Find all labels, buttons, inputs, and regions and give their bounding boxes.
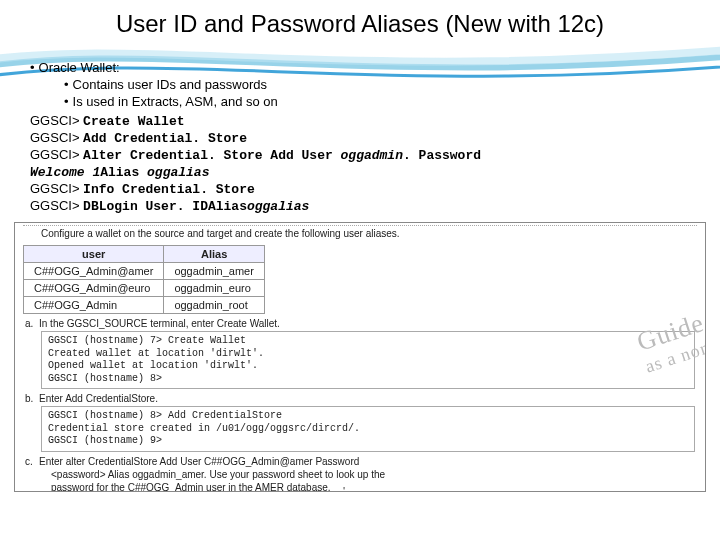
step-text: Enter alter CredentialStore Add User C##… [39, 456, 359, 467]
table-header: user [24, 246, 164, 263]
code-line: Credential store created in /u01/ogg/ogg… [48, 423, 688, 436]
prompt: GGSCI> [30, 198, 83, 213]
slide-body: •Oracle Wallet: •Contains user IDs and p… [0, 60, 720, 214]
command-text: Alter Credential. Store Add User [83, 148, 340, 163]
bullet-text: Is used in Extracts, ASM, and so on [73, 94, 278, 109]
code-line: GGSCI (hostname) 8> Add CredentialStore [48, 410, 688, 423]
prompt: GGSCI> [30, 181, 83, 196]
step-text: password for the C##OGG_Admin user in th… [25, 482, 695, 493]
step-text: Enter Add CredentialStore. [39, 393, 158, 404]
prompt: GGSCI> [30, 130, 83, 145]
code-line: Created wallet at location 'dirwlt'. [48, 348, 688, 361]
command-arg: oggalias [147, 165, 209, 180]
prompt: GGSCI> [30, 147, 83, 162]
code-box: GGSCI (hostname) 7> Create Wallet Create… [41, 331, 695, 389]
bullet-level1: •Oracle Wallet: [24, 60, 696, 75]
table-cell: C##OGG_Admin@amer [24, 263, 164, 280]
alias-table: userAlias C##OGG_Admin@ameroggadmin_amer… [23, 245, 265, 314]
step-text: <password> Alias oggadmin_amer. Use your… [25, 469, 695, 480]
bullet-text: Contains user IDs and passwords [73, 77, 267, 92]
code-line: GGSCI (hostname) 9> [48, 435, 688, 448]
table-cell: oggadmin_amer [164, 263, 265, 280]
bullet-level2: •Contains user IDs and passwords [24, 77, 696, 92]
code-line: Opened wallet at location 'dirwlt'. [48, 360, 688, 373]
table-cell: oggadmin_root [164, 297, 265, 314]
code-line: GGSCI (hostname) 7> Create Wallet [48, 335, 688, 348]
code-box: GGSCI (hostname) 8> Add CredentialStore … [41, 406, 695, 452]
bullet-text: Oracle Wallet: [39, 60, 120, 75]
command-arg: oggalias [247, 199, 309, 214]
embedded-screenshot: Configure a wallet on the source and tar… [14, 222, 706, 492]
table-cell: oggadmin_euro [164, 280, 265, 297]
command-arg: Welcome 1 [30, 165, 100, 180]
command-text: Info Credential. Store [83, 182, 255, 197]
bullet-level2: •Is used in Extracts, ASM, and so on [24, 94, 696, 109]
table-header: Alias [164, 246, 265, 263]
stray-mark: ' [343, 485, 345, 492]
command-block: GGSCI> Create Wallet GGSCI> Add Credenti… [24, 113, 696, 214]
command-text: Alias [100, 165, 147, 180]
command-text: Create Wallet [83, 114, 184, 129]
command-text: . Password [403, 148, 481, 163]
table-cell: C##OGG_Admin [24, 297, 164, 314]
step-text: In the GGSCI_SOURCE terminal, enter Crea… [39, 318, 280, 329]
slide-title: User ID and Password Aliases (New with 1… [0, 0, 720, 58]
command-arg: oggadmin [341, 148, 403, 163]
code-line: GGSCI (hostname) 8> [48, 373, 688, 386]
command-text: Add Credential. Store [83, 131, 247, 146]
intro-text: Configure a wallet on the source and tar… [15, 228, 705, 239]
table-cell: C##OGG_Admin@euro [24, 280, 164, 297]
command-text: DBLogin User. IDAlias [83, 199, 247, 214]
prompt: GGSCI> [30, 113, 83, 128]
